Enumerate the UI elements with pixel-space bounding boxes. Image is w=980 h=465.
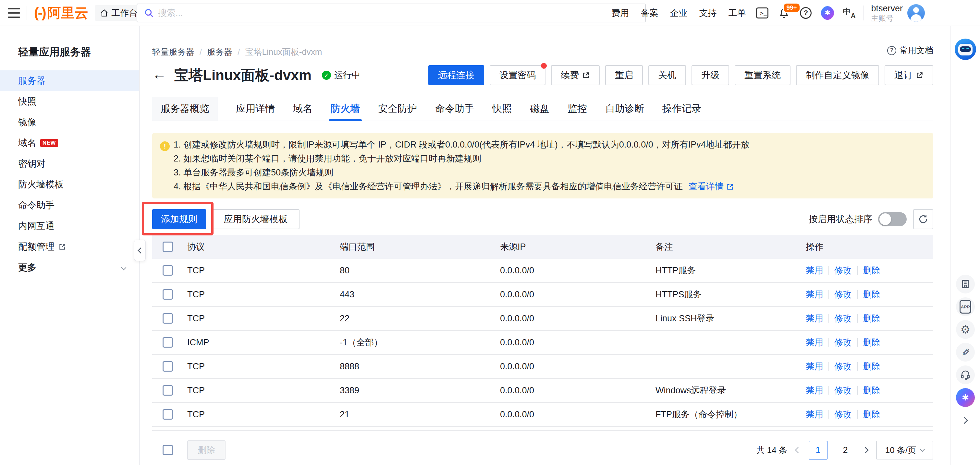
delete-link[interactable]: 删除 — [863, 409, 880, 420]
settings-gear-icon[interactable] — [956, 320, 975, 339]
expand-icon[interactable] — [956, 411, 975, 430]
header-action-button[interactable]: 关机 — [648, 65, 686, 85]
docs-link[interactable]: 常用文档 — [887, 45, 933, 56]
translate-icon[interactable] — [843, 6, 856, 19]
row-checkbox[interactable] — [162, 385, 173, 395]
navbar-link[interactable]: 费用 — [608, 7, 632, 19]
prev-page-icon[interactable] — [795, 447, 801, 453]
search-input[interactable] — [158, 8, 580, 18]
row-checkbox[interactable] — [162, 409, 173, 420]
header-action-button[interactable]: 升级 — [692, 65, 729, 85]
sidebar-collapse-button[interactable] — [134, 240, 146, 261]
tab[interactable]: 域名 — [293, 97, 312, 121]
sidebar-item[interactable]: 防火墙模板 — [0, 174, 139, 195]
support-headset-icon[interactable] — [956, 365, 975, 384]
footer-select-all-checkbox[interactable] — [162, 445, 173, 455]
delete-link[interactable]: 删除 — [863, 384, 880, 396]
add-rule-button[interactable]: 添加规则 — [152, 209, 206, 229]
hamburger-menu-icon[interactable] — [8, 8, 20, 18]
order-list-icon[interactable] — [956, 275, 975, 294]
header-action-button[interactable]: 续费 — [551, 65, 600, 85]
terminal-icon[interactable] — [756, 6, 769, 19]
header-action-button[interactable]: 退订 — [885, 65, 933, 85]
back-arrow-icon[interactable]: ← — [152, 67, 167, 83]
view-details-link[interactable]: 查看详情 — [689, 179, 734, 194]
header-action-button[interactable]: 设置密码 — [490, 65, 546, 85]
disable-link[interactable]: 禁用 — [806, 265, 823, 276]
disable-link[interactable]: 禁用 — [806, 313, 823, 324]
tab[interactable]: 快照 — [492, 97, 512, 121]
sidebar-item[interactable]: 命令助手 — [0, 195, 139, 216]
sidebar-item[interactable]: 更多 — [0, 257, 139, 278]
next-page-icon[interactable] — [862, 447, 869, 453]
navbar-link[interactable]: 备案 — [638, 7, 661, 19]
remote-connect-button[interactable]: 远程连接 — [428, 65, 484, 85]
apply-firewall-template-button[interactable]: 应用防火墙模板 — [212, 209, 299, 229]
tab[interactable]: 安全防护 — [378, 97, 417, 121]
refresh-button[interactable] — [913, 209, 933, 229]
sidebar-item[interactable]: 配额管理 — [0, 236, 139, 257]
modify-link[interactable]: 修改 — [834, 336, 852, 348]
avatar[interactable] — [907, 4, 925, 22]
tab[interactable]: 命令助手 — [435, 97, 474, 121]
sidebar-item[interactable]: 内网互通 — [0, 216, 139, 236]
disable-link[interactable]: 禁用 — [806, 360, 823, 372]
sidebar-item[interactable]: 密钥对 — [0, 153, 139, 174]
header-action-button[interactable]: 制作自定义镜像 — [796, 65, 879, 85]
tab[interactable]: 应用详情 — [236, 97, 275, 121]
modify-link[interactable]: 修改 — [834, 289, 852, 300]
row-checkbox[interactable] — [162, 289, 173, 300]
aliyun-logo[interactable]: (-) 阿里云 — [34, 4, 88, 22]
row-checkbox[interactable] — [162, 361, 173, 371]
disable-link[interactable]: 禁用 — [806, 384, 823, 396]
disable-link[interactable]: 禁用 — [806, 409, 823, 420]
sidebar-item[interactable]: 服务器 — [0, 70, 139, 91]
row-checkbox[interactable] — [162, 313, 173, 324]
row-checkbox[interactable] — [162, 265, 173, 276]
tab[interactable]: 磁盘 — [530, 97, 549, 121]
delete-link[interactable]: 删除 — [863, 360, 880, 372]
modify-link[interactable]: 修改 — [834, 384, 852, 396]
tab[interactable]: 防火墙 — [331, 97, 360, 121]
workbench-button[interactable]: 工作台 — [95, 5, 143, 21]
app-icon[interactable] — [956, 297, 975, 316]
page-2-button[interactable]: 2 — [836, 441, 855, 460]
modify-link[interactable]: 修改 — [834, 360, 852, 372]
bell-icon[interactable]: 99+ — [778, 6, 791, 19]
disable-link[interactable]: 禁用 — [806, 336, 823, 348]
modify-link[interactable]: 修改 — [834, 265, 852, 276]
header-action-button[interactable]: 重启 — [605, 65, 643, 85]
breadcrumb-item[interactable]: 宝塔Linux面板-dvxm — [245, 46, 322, 58]
delete-link[interactable]: 删除 — [863, 313, 880, 324]
delete-link[interactable]: 删除 — [863, 289, 880, 300]
sort-toggle[interactable] — [878, 212, 907, 226]
ai-asterisk-icon[interactable] — [956, 388, 975, 407]
breadcrumb-item[interactable]: 轻量服务器 — [152, 46, 207, 58]
page-size-select[interactable]: 10 条/页 — [876, 441, 933, 460]
breadcrumb-item[interactable]: 服务器 — [207, 46, 245, 58]
modify-link[interactable]: 修改 — [834, 409, 852, 420]
delete-link[interactable]: 删除 — [863, 265, 880, 276]
navbar-link[interactable]: 支持 — [696, 7, 719, 19]
tab[interactable]: 自助诊断 — [605, 97, 644, 121]
sidebar-item[interactable]: 快照 — [0, 91, 139, 112]
account-menu[interactable]: btserver 主账号 — [871, 3, 925, 23]
tab[interactable]: 监控 — [568, 97, 587, 121]
delete-link[interactable]: 删除 — [863, 336, 880, 348]
disable-link[interactable]: 禁用 — [806, 289, 823, 300]
tab[interactable]: 服务器概览 — [152, 97, 218, 121]
tab[interactable]: 操作记录 — [662, 97, 701, 121]
batch-delete-button[interactable]: 删除 — [187, 440, 226, 460]
navbar-link[interactable]: 工单 — [725, 7, 749, 19]
feedback-pencil-icon[interactable] — [956, 343, 975, 362]
sidebar-item[interactable]: 镜像 — [0, 112, 139, 133]
navbar-link[interactable]: 企业 — [667, 7, 690, 19]
help-icon[interactable] — [799, 6, 812, 19]
header-action-button[interactable]: 重置系统 — [735, 65, 791, 85]
sidebar-item[interactable]: 域名 NEW — [0, 133, 139, 153]
page-1-button[interactable]: 1 — [809, 441, 827, 460]
ai-asterisk-icon[interactable] — [821, 6, 834, 19]
row-checkbox[interactable] — [162, 337, 173, 348]
modify-link[interactable]: 修改 — [834, 313, 852, 324]
select-all-checkbox[interactable] — [162, 241, 173, 252]
